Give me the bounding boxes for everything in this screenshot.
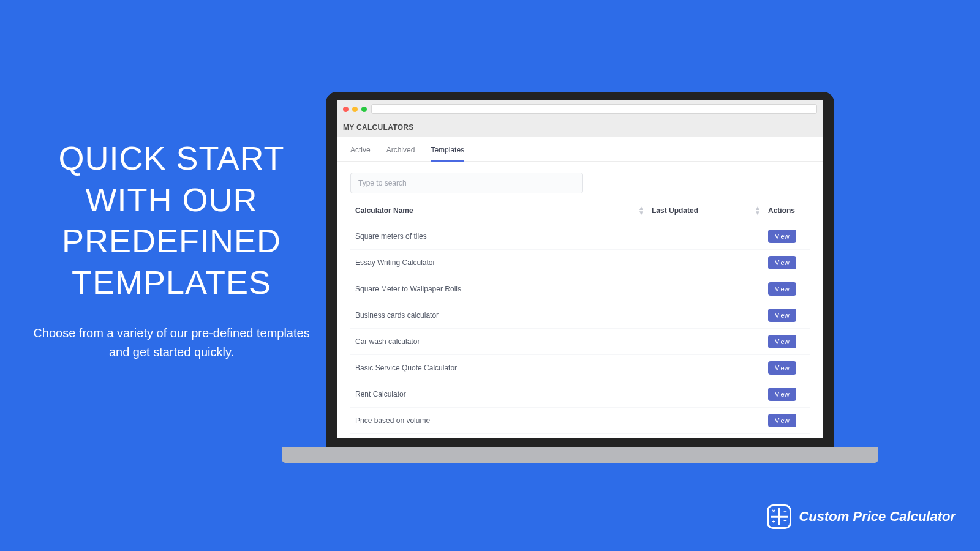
brand-name: Custom Price Calculator [799,509,956,525]
laptop-mockup: MY CALCULATORS Active Archived Templates… [326,92,834,463]
templates-table: Calculator Name ▲▼ Last Updated ▲▼ Actio… [337,198,823,434]
view-button[interactable]: View [768,282,796,296]
search-wrap [337,162,823,198]
close-icon[interactable] [343,107,349,112]
sort-icon[interactable]: ▲▼ [638,206,644,216]
laptop-base [282,447,878,463]
sort-icon[interactable]: ▲▼ [755,206,761,216]
laptop-bezel: MY CALCULATORS Active Archived Templates… [326,92,834,447]
view-button[interactable]: View [768,256,796,269]
row-name: Essay Writing Calculator [355,258,435,267]
col-name-label: Calculator Name [355,206,413,215]
table-row: Basic Service Quote CalculatorView [350,355,810,381]
view-button[interactable]: View [768,388,796,401]
table-row: Essay Writing CalculatorView [350,250,810,276]
view-button[interactable]: View [768,361,796,375]
row-name: Square Meter to Wallpaper Rolls [355,285,461,293]
row-name: Car wash calculator [355,337,420,346]
view-button[interactable]: View [768,414,796,427]
tab-templates[interactable]: Templates [431,146,464,162]
row-name: Price based on volume [355,416,430,425]
view-button[interactable]: View [768,309,796,322]
hero-title: QUICK START WITH OUR PREDEFINED TEMPLATE… [31,138,312,303]
row-name: Basic Service Quote Calculator [355,364,457,372]
window-controls [343,107,367,112]
app-screen: MY CALCULATORS Active Archived Templates… [337,100,823,438]
brand-logo: ×− += Custom Price Calculator [767,504,956,529]
maximize-icon[interactable] [361,107,367,112]
table-row: Rent CalculatorView [350,381,810,408]
tab-archived[interactable]: Archived [386,146,415,161]
table-row: Business cards calculatorView [350,302,810,329]
col-updated-label: Last Updated [652,206,698,215]
hero-subtitle: Choose from a variety of our pre-defined… [31,324,312,362]
view-button[interactable]: View [768,230,796,243]
table-row: Car wash calculatorView [350,329,810,355]
browser-chrome [337,100,823,118]
tab-active[interactable]: Active [350,146,371,161]
row-name: Square meters of tiles [355,232,427,241]
search-input[interactable] [350,173,583,193]
table-row: Price based on volumeView [350,408,810,434]
section-title: MY CALCULATORS [337,118,823,137]
table-row: Square Meter to Wallpaper RollsView [350,276,810,302]
tab-bar: Active Archived Templates [337,137,823,162]
view-button[interactable]: View [768,335,796,348]
row-name: Rent Calculator [355,390,406,399]
url-bar[interactable] [371,104,817,114]
hero-copy: QUICK START WITH OUR PREDEFINED TEMPLATE… [31,138,312,362]
minimize-icon[interactable] [352,107,358,112]
table-row: Square meters of tilesView [350,223,810,250]
row-name: Business cards calculator [355,311,439,320]
col-actions-label: Actions [768,206,795,215]
main-panel: Active Archived Templates Calculator Nam… [337,137,823,438]
table-header: Calculator Name ▲▼ Last Updated ▲▼ Actio… [350,198,810,223]
calculator-icon: ×− += [767,504,791,529]
